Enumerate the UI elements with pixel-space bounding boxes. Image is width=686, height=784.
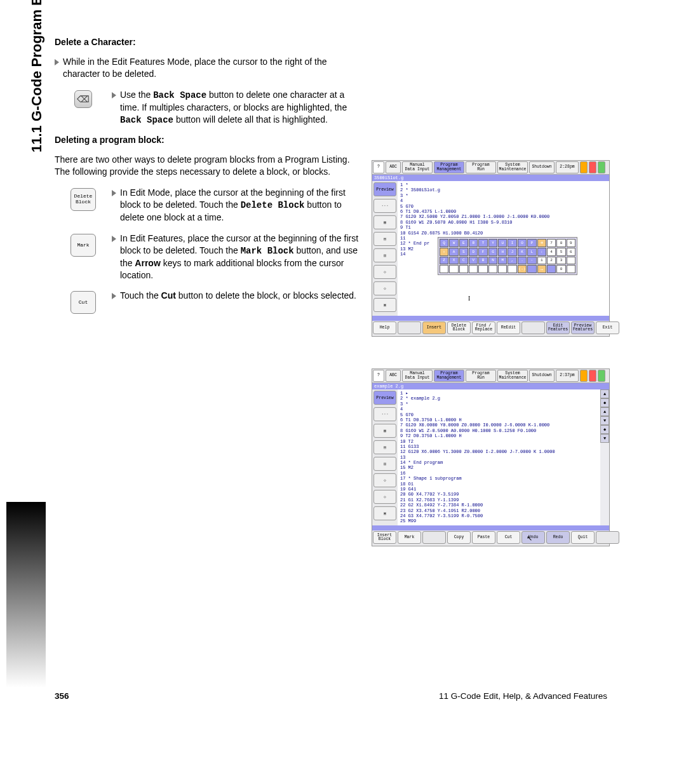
side-tool-button[interactable]: ▣ [373,298,396,312]
help-tab[interactable]: ? [373,370,384,382]
side-tool-button[interactable]: Preview [373,391,396,405]
keyboard-key[interactable]: N [488,257,497,265]
keyboard-key[interactable]: 0 [556,265,565,273]
side-tool-button[interactable]: ◇ [373,473,396,487]
program-mgmt-tab[interactable]: Program Management [434,161,464,173]
keyboard-key[interactable]: C [459,257,468,265]
side-tool-button[interactable]: ◇ [373,490,396,504]
keyboard-key[interactable]: 2 [547,257,556,265]
softkey-button[interactable]: Quit [571,531,595,544]
softkey-button[interactable]: Exit [596,321,619,334]
keyboard-key[interactable]: - [527,257,536,265]
scroll-button[interactable]: ◆ [600,425,609,434]
keyboard-key[interactable] [567,257,575,265]
keyboard-key[interactable]: ⇧ [440,248,448,256]
code-listing[interactable]: 1 ▸2 * example 2.g3 *45 G706 T1 D0.3750 … [398,389,600,525]
keyboard-key[interactable]: Q [440,239,448,247]
softkey-button[interactable]: Mark [398,531,421,544]
side-tool-button[interactable]: ◇ [373,281,396,295]
side-tool-button[interactable]: ▣ [373,506,396,520]
keyboard-key[interactable]: ⟶ [537,265,546,273]
scroll-button[interactable]: ▼ [600,434,609,443]
softkey-button[interactable]: Paste [472,531,495,544]
shutdown-tab[interactable]: Shutdown [529,370,555,382]
keyboard-key[interactable]: A [449,248,458,256]
keyboard-key[interactable]: . [518,257,527,265]
keyboard-key[interactable] [527,265,536,273]
keyboard-key[interactable]: S [459,248,468,256]
scroll-button[interactable]: ▼ [600,416,609,425]
keyboard-key[interactable] [488,265,497,273]
keyboard-key[interactable]: X [449,257,458,265]
abc-tab[interactable]: ABC [386,161,401,173]
keyboard-key[interactable] [498,265,507,273]
keyboard-key[interactable]: L [527,248,536,256]
keyboard-key[interactable]: R [469,239,478,247]
softkey-button[interactable]: Copy [447,531,471,544]
softkey-button[interactable]: Cut [497,531,520,544]
program-run-tab[interactable]: Program Run [466,370,496,382]
softkey-button[interactable]: Find / Replace [472,321,495,334]
side-tool-button[interactable]: ▦ [373,424,396,438]
keyboard-key[interactable]: B [478,257,487,265]
softkey-button[interactable]: Help [373,321,396,334]
abc-tab[interactable]: ABC [386,370,401,382]
side-tool-button[interactable]: ··· [373,199,396,213]
keyboard-key[interactable] [478,265,487,273]
softkey-button[interactable]: Insert [422,321,446,334]
scroll-button[interactable]: ▲ [600,389,609,398]
softkey-button[interactable]: Insert Block [373,531,396,544]
keyboard-key[interactable]: 3 [556,257,565,265]
mdi-tab[interactable]: Manual Data Input [402,161,433,173]
keyboard-key[interactable] [449,265,458,273]
keyboard-key[interactable]: Z [440,257,448,265]
keyboard-key[interactable]: O [518,239,527,247]
system-maint-tab[interactable]: System Maintenance [497,161,528,173]
keyboard-key[interactable]: P [527,239,536,247]
keyboard-key[interactable]: 6 [567,248,575,256]
keyboard-key[interactable]: G [488,248,497,256]
keyboard-key[interactable]: , [508,257,516,265]
side-tool-button[interactable]: ▥ [373,248,396,262]
keyboard-key[interactable]: 7 [547,239,556,247]
keyboard-key[interactable]: ⌫ [537,239,546,247]
keyboard-key[interactable]: K [518,248,527,256]
keyboard-key[interactable]: E [459,239,468,247]
softkey-button[interactable]: Edit Features [546,321,570,334]
keyboard-key[interactable]: H [498,248,507,256]
side-tool-button[interactable]: ◇ [373,265,396,279]
side-tool-button[interactable]: ▦ [373,215,396,229]
softkey-button[interactable]: Preview Features [571,321,595,334]
keyboard-key[interactable]: F [478,248,487,256]
keyboard-key[interactable]: Y [488,239,497,247]
keyboard-key[interactable]: T [478,239,487,247]
program-mgmt-tab[interactable]: Program Management [434,370,464,382]
keyboard-key[interactable]: I [508,239,516,247]
keyboard-key[interactable]: U [498,239,507,247]
keyboard-key[interactable]: 9 [567,239,575,247]
softkey-button[interactable]: Redo [546,531,570,544]
keyboard-key[interactable]: : [537,248,546,256]
keyboard-key[interactable] [508,265,516,273]
side-tool-button[interactable]: ▤ [373,440,396,454]
keyboard-key[interactable]: W [449,239,458,247]
side-tool-button[interactable]: Preview [373,182,396,196]
keyboard-key[interactable]: 5 [556,248,565,256]
keyboard-key[interactable] [469,265,478,273]
keyboard-key[interactable] [547,265,556,273]
keyboard-key[interactable] [567,265,575,273]
keyboard-key[interactable]: 8 [556,239,565,247]
side-tool-button[interactable]: ▥ [373,457,396,471]
scrollbar[interactable]: ▲◆▲▼◆▼ [600,389,609,525]
keyboard-key[interactable]: (-) [518,265,527,273]
system-maint-tab[interactable]: System Maintenance [497,370,528,382]
keyboard-key[interactable]: V [469,257,478,265]
softkey-button[interactable]: Delete Block [447,321,471,334]
side-tool-button[interactable]: ··· [373,407,396,421]
keyboard-key[interactable] [459,265,468,273]
shutdown-tab[interactable]: Shutdown [529,161,555,173]
mdi-tab[interactable]: Manual Data Input [402,370,433,382]
softkey-button[interactable]: Undo [521,531,545,544]
keyboard-key[interactable] [440,265,448,273]
scroll-button[interactable]: ▲ [600,407,609,416]
